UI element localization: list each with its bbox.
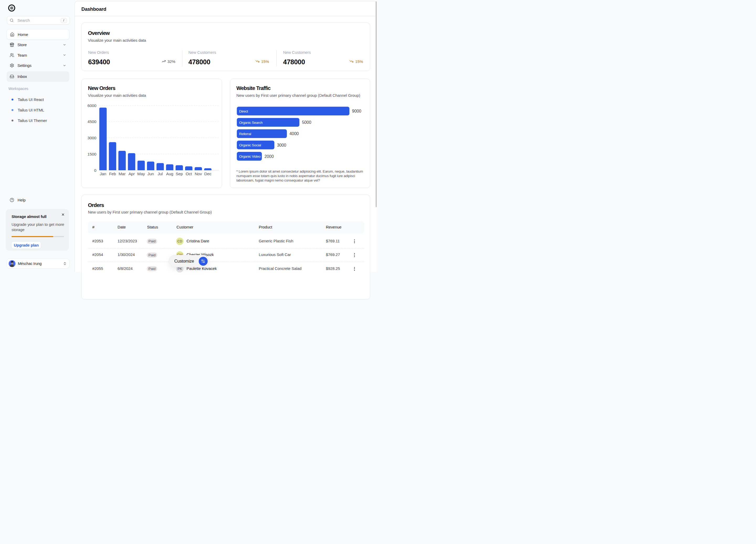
svg-text:Referral: Referral <box>239 132 251 136</box>
svg-text:6000: 6000 <box>88 103 96 108</box>
svg-text:Dec: Dec <box>204 172 212 176</box>
svg-text:2000: 2000 <box>264 154 274 159</box>
svg-text:4000: 4000 <box>289 131 298 136</box>
svg-text:Oct: Oct <box>186 172 192 176</box>
svg-text:Direct: Direct <box>239 109 248 113</box>
svg-text:0: 0 <box>94 168 96 173</box>
svg-text:Organic Social: Organic Social <box>239 143 261 147</box>
svg-text:May: May <box>137 172 145 176</box>
svg-text:Apr: Apr <box>128 172 135 176</box>
svg-text:Nov: Nov <box>195 172 202 176</box>
svg-text:Jan: Jan <box>100 172 106 176</box>
svg-text:1500: 1500 <box>88 152 96 156</box>
svg-text:Jun: Jun <box>148 172 154 176</box>
svg-text:Aug: Aug <box>166 172 173 176</box>
svg-text:Organic Video: Organic Video <box>239 155 260 159</box>
svg-text:3000: 3000 <box>277 143 286 148</box>
svg-text:5000: 5000 <box>302 120 311 125</box>
svg-text:9000: 9000 <box>352 109 361 113</box>
svg-text:Sep: Sep <box>176 172 183 176</box>
svg-text:Feb: Feb <box>109 172 116 176</box>
svg-text:3000: 3000 <box>88 136 96 140</box>
svg-text:Organic Search: Organic Search <box>239 121 263 125</box>
svg-text:Mar: Mar <box>119 172 125 176</box>
svg-text:Jul: Jul <box>157 172 163 176</box>
svg-text:4500: 4500 <box>88 119 96 124</box>
